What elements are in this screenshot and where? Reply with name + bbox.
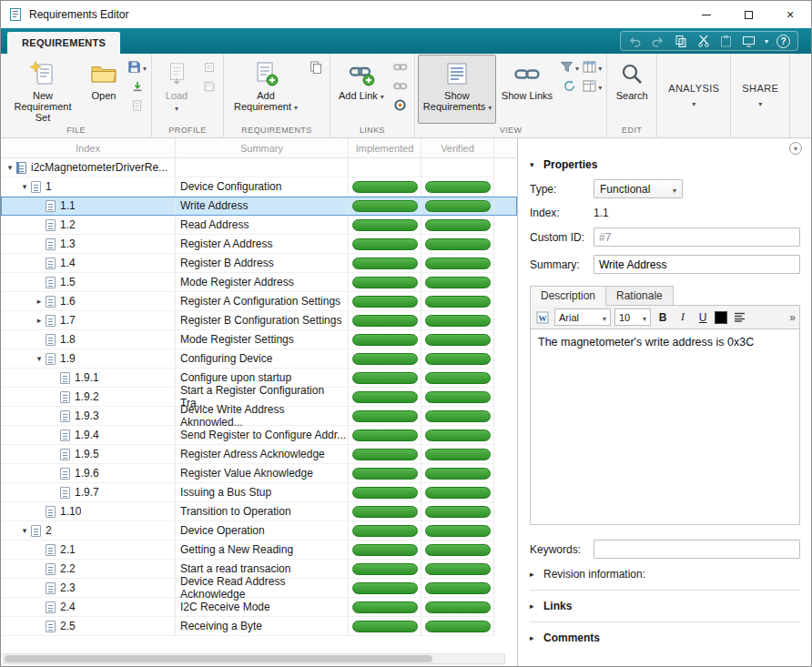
- analysis-dropdown[interactable]: ANALYSIS: [657, 54, 731, 137]
- implemented-cell: [349, 483, 421, 502]
- table-row[interactable]: 1.5Mode Register Address: [1, 273, 517, 292]
- row-index: 1.9.6: [75, 467, 99, 480]
- column-header-verified[interactable]: Verified: [421, 138, 494, 157]
- implemented-bar: [352, 200, 418, 212]
- table-row[interactable]: 1.9.7Issuing a Bus Stup: [1, 483, 517, 502]
- verified-cell: [421, 330, 494, 349]
- toolbar-overflow-icon[interactable]: »: [789, 311, 796, 324]
- keywords-input[interactable]: [594, 540, 800, 559]
- font-color-button[interactable]: [715, 311, 727, 324]
- search-button[interactable]: Search: [610, 55, 654, 124]
- verified-bar: [425, 601, 491, 613]
- underline-button[interactable]: U: [695, 308, 711, 326]
- tab-requirements[interactable]: REQUIREMENTS: [7, 32, 120, 54]
- verified-cell: [421, 388, 494, 407]
- table-row[interactable]: 1.2Read Address: [1, 216, 517, 235]
- description-text[interactable]: The magnetometer's write address is 0x3C: [530, 329, 800, 525]
- save-icon[interactable]: [127, 59, 147, 75]
- column-header-implemented[interactable]: Implemented: [349, 138, 421, 157]
- maximize-button[interactable]: [727, 1, 769, 28]
- table-row[interactable]: ▾2Device Operation: [1, 521, 517, 541]
- add-link-button[interactable]: Add Link: [333, 55, 390, 124]
- table-row[interactable]: ▸1.6Register A Configuration Settings: [1, 292, 517, 311]
- columns-icon[interactable]: [583, 59, 602, 75]
- column-header-summary[interactable]: Summary: [176, 138, 349, 157]
- table-row[interactable]: ▾i2cMagnetometerDriverRe...: [1, 158, 517, 177]
- italic-button[interactable]: I: [675, 308, 691, 326]
- link-backward-icon[interactable]: [391, 78, 410, 94]
- table-row[interactable]: 1.1Write Address: [1, 197, 517, 216]
- undo-icon[interactable]: [628, 34, 643, 48]
- type-select[interactable]: Functional: [594, 179, 683, 198]
- horizontal-scrollbar[interactable]: [3, 653, 505, 664]
- revision-section-header[interactable]: Revision information:: [530, 568, 800, 581]
- font-size-select[interactable]: 10: [614, 308, 651, 326]
- save-profile-icon[interactable]: [200, 78, 218, 94]
- rich-text-icon[interactable]: W: [534, 308, 551, 326]
- properties-section-header[interactable]: Properties: [530, 158, 800, 171]
- custom-id-input[interactable]: [594, 227, 800, 247]
- font-family-select[interactable]: Arial: [554, 308, 611, 326]
- collapse-arrow-icon[interactable]: ▾: [18, 526, 31, 535]
- cut-icon[interactable]: [696, 34, 711, 48]
- tab-description[interactable]: Description: [530, 286, 606, 306]
- tab-rationale[interactable]: Rationale: [606, 286, 674, 306]
- table-row[interactable]: 1.9.6Register Value Aknowledge: [1, 464, 517, 483]
- type-value: Functional: [600, 183, 650, 196]
- add-requirement-button[interactable]: Add Requirement: [227, 55, 305, 124]
- row-summary: Device Read Address Acknowledge: [176, 579, 349, 598]
- table-row[interactable]: 1.8Mode Register Settings: [1, 330, 517, 349]
- align-button[interactable]: [731, 308, 747, 326]
- table-row[interactable]: 1.10Transition to Operation: [1, 502, 517, 521]
- bold-button[interactable]: B: [655, 308, 671, 326]
- import-icon[interactable]: [127, 78, 147, 94]
- share-dropdown[interactable]: SHARE: [731, 54, 790, 137]
- table-row[interactable]: 1.9.5Register Adress Acknowledge: [1, 445, 517, 464]
- minimize-button[interactable]: [685, 1, 727, 28]
- link-settings-icon[interactable]: [391, 97, 410, 113]
- chevron-down-icon[interactable]: ▾: [765, 37, 768, 45]
- show-requirements-button[interactable]: Show Requirements: [418, 55, 496, 124]
- column-header-index[interactable]: Index: [1, 138, 176, 157]
- export-icon[interactable]: [127, 97, 147, 113]
- layout-icon[interactable]: [583, 78, 602, 94]
- close-button[interactable]: ×: [769, 1, 811, 28]
- copy-icon[interactable]: [674, 34, 688, 48]
- refresh-icon[interactable]: [560, 78, 579, 94]
- collapse-panel-icon[interactable]: [789, 142, 802, 155]
- copy-requirement-icon[interactable]: [307, 59, 325, 75]
- add-requirement-icon: [252, 59, 279, 88]
- table-row[interactable]: 1.4Register B Address: [1, 254, 517, 273]
- table-row[interactable]: 2.1Getting a New Reading: [1, 541, 517, 560]
- table-row[interactable]: 2.4I2C Receive Mode: [1, 598, 517, 617]
- show-links-button[interactable]: Show Links: [496, 55, 558, 124]
- table-row[interactable]: 1.9.3Device Write Address Aknnowled...: [1, 407, 517, 426]
- new-requirement-set-button[interactable]: New Requirement Set: [4, 55, 82, 124]
- expand-arrow-icon[interactable]: ▸: [33, 316, 46, 325]
- redo-icon[interactable]: [651, 34, 665, 48]
- links-section-header[interactable]: Links: [530, 600, 800, 612]
- table-row[interactable]: 2.3Device Read Address Acknowledge: [1, 579, 517, 598]
- collapse-arrow-icon[interactable]: ▾: [18, 182, 31, 191]
- summary-input[interactable]: [594, 255, 800, 274]
- link-forward-icon[interactable]: [391, 59, 410, 75]
- implemented-bar: [352, 391, 418, 403]
- comments-section-header[interactable]: Comments: [530, 632, 800, 644]
- filter-icon[interactable]: [560, 59, 579, 75]
- collapse-arrow-icon[interactable]: ▾: [4, 163, 16, 172]
- table-row[interactable]: 1.3Register A Address: [1, 235, 517, 254]
- table-row[interactable]: 2.5Receiving a Byte: [1, 617, 517, 636]
- paste-icon[interactable]: [719, 34, 734, 48]
- import-profile-icon[interactable]: [200, 59, 218, 75]
- table-row[interactable]: ▾1.9Configuring Device: [1, 349, 517, 369]
- publish-icon[interactable]: [742, 34, 756, 48]
- collapse-arrow-icon[interactable]: ▾: [33, 354, 46, 363]
- scrollbar-thumb[interactable]: [5, 655, 432, 662]
- table-row[interactable]: ▸1.7Register B Configuration Settings: [1, 311, 517, 330]
- help-icon[interactable]: ?: [776, 35, 790, 48]
- load-profile-button[interactable]: Load: [155, 55, 198, 124]
- open-button[interactable]: Open: [82, 55, 126, 124]
- expand-arrow-icon[interactable]: ▸: [33, 297, 46, 306]
- table-row[interactable]: ▾1Device Configuration: [1, 177, 517, 197]
- table-row[interactable]: 1.9.4Send Register to Configure Addr...: [1, 426, 517, 445]
